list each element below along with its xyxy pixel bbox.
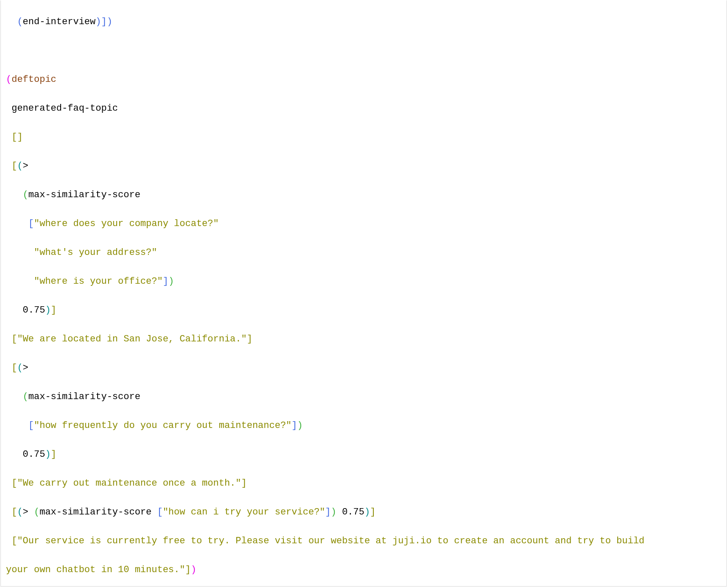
code-line: (end-interview)]) (1, 15, 726, 29)
string-literal: "how can i try your service?" (163, 507, 325, 517)
code-line: (deftopic (1, 73, 726, 87)
string-literal: "how frequently do you carry out mainten… (34, 420, 291, 431)
bracket: [ (28, 218, 34, 229)
number: 0.75 (336, 507, 364, 517)
code-block: (end-interview)]) (deftopic generated-fa… (1, 0, 726, 587)
bracket: [ (11, 363, 17, 373)
bracket: [ (157, 507, 162, 517)
code-line: (max-similarity-score (1, 188, 726, 202)
string-literal: "We carry out maintenance once a month." (17, 478, 241, 489)
code-line: ["Our service is currently free to try. … (1, 534, 726, 548)
code-line: 0.75)] (1, 303, 726, 318)
string-literal: "Our service is currently free to try. P… (17, 536, 650, 546)
operator: > (23, 507, 34, 517)
paren: ( (17, 161, 22, 171)
symbol: max-similarity-score (39, 507, 157, 517)
string-literal: "what's your address?" (34, 247, 157, 258)
code-line: ["We are located in San Jose, California… (1, 332, 726, 347)
code-line: ["We carry out maintenance once a month.… (1, 476, 726, 491)
paren: )]) (95, 17, 112, 27)
paren: ( (23, 190, 28, 200)
code-line: 0.75)] (1, 447, 726, 462)
bracket: [ (28, 420, 34, 431)
bracket: ] (325, 507, 331, 517)
code-line: ["where does your company locate?" (1, 217, 726, 231)
symbol: end-interview (23, 17, 96, 27)
bracket: [] (11, 132, 22, 143)
code-line: generated-faq-topic (1, 101, 726, 116)
paren: ( (17, 507, 22, 517)
bracket: [ (11, 478, 17, 489)
code-line: (max-similarity-score (1, 390, 726, 404)
bracket: [ (11, 334, 17, 344)
paren: ) (191, 565, 196, 575)
operator: > (23, 161, 28, 171)
string-literal: "We are located in San Jose, California.… (17, 334, 246, 344)
bracket: ] (163, 276, 168, 287)
code-line (1, 44, 726, 58)
paren: ) (297, 420, 303, 431)
operator: > (23, 363, 28, 373)
symbol: max-similarity-score (28, 190, 140, 200)
code-line: "where is your office?"]) (1, 274, 726, 289)
bracket: ] (51, 449, 56, 460)
paren: ( (6, 74, 11, 85)
string-literal: "where is your office?" (34, 276, 163, 287)
paren: ( (17, 17, 22, 27)
bracket: ] (241, 478, 247, 489)
code-line: [] (1, 130, 726, 145)
bracket: ] (291, 420, 297, 431)
paren: ) (45, 305, 50, 316)
paren: ( (34, 507, 39, 517)
code-line: ["how frequently do you carry out mainte… (1, 419, 726, 433)
keyword: deftopic (11, 74, 56, 85)
code-line: your own chatbot in 10 minutes."]) (1, 563, 726, 577)
symbol: max-similarity-score (28, 391, 140, 402)
paren: ) (331, 507, 336, 517)
string-literal: "where does your company locate?" (34, 218, 219, 229)
number: 0.75 (23, 449, 45, 460)
paren: ( (23, 391, 28, 402)
bracket: [ (11, 536, 17, 546)
code-line: [(> (max-similarity-score ["how can i tr… (1, 505, 726, 520)
bracket: [ (11, 161, 17, 171)
bracket: ] (185, 565, 190, 575)
number: 0.75 (23, 305, 45, 316)
paren: ( (17, 363, 22, 373)
code-line: "what's your address?" (1, 246, 726, 260)
code-line: [(> (1, 361, 726, 375)
paren: ) (364, 507, 370, 517)
paren: ) (45, 449, 50, 460)
string-literal: your own chatbot in 10 minutes." (6, 565, 185, 575)
code-line: [(> (1, 159, 726, 173)
bracket: ] (51, 305, 56, 316)
symbol: generated-faq-topic (6, 103, 118, 114)
paren: ) (168, 276, 174, 287)
bracket: [ (11, 507, 17, 517)
bracket: ] (370, 507, 375, 517)
code-editor[interactable]: (end-interview)]) (deftopic generated-fa… (0, 0, 727, 587)
bracket: ] (247, 334, 252, 344)
